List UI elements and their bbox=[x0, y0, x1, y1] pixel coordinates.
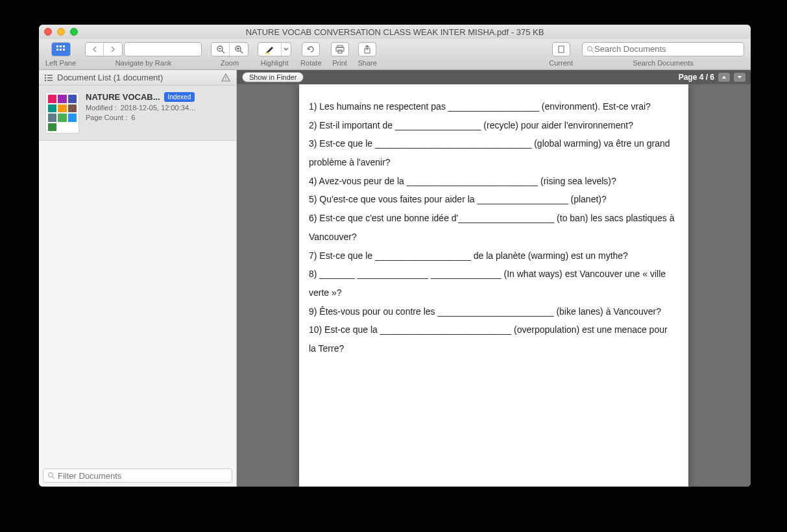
rank-field[interactable] bbox=[124, 42, 202, 56]
print-button[interactable] bbox=[331, 42, 349, 56]
window-title: NATURE VOCAB CONVERSATION CLASS WEAK INT… bbox=[39, 27, 751, 37]
current-label: Current bbox=[549, 59, 573, 67]
search-label: Search Documents bbox=[633, 59, 694, 67]
doc-line: 5) Qu'est-ce que vous faites pour aider … bbox=[309, 190, 675, 209]
document-title: NATURE VOCAB... bbox=[86, 92, 160, 102]
rotate-section: Rotate bbox=[300, 42, 321, 67]
page-icon bbox=[557, 45, 565, 53]
grid-icon[interactable] bbox=[52, 43, 70, 56]
svg-rect-0 bbox=[56, 45, 58, 47]
print-section: Print bbox=[331, 42, 349, 67]
svg-rect-15 bbox=[336, 47, 344, 51]
close-button[interactable] bbox=[44, 28, 52, 36]
current-button[interactable] bbox=[552, 42, 570, 56]
list-icon bbox=[44, 74, 53, 82]
navigate-section: Navigate by Rank bbox=[85, 42, 202, 67]
svg-rect-18 bbox=[559, 46, 564, 53]
titlebar: NATURE VOCAB CONVERSATION CLASS WEAK INT… bbox=[39, 25, 751, 39]
search-icon bbox=[47, 472, 55, 479]
zoom-in-button[interactable] bbox=[230, 43, 248, 56]
document-pagecount: Page Count : 6 bbox=[86, 114, 230, 121]
svg-rect-4 bbox=[60, 49, 62, 51]
sidebar-header-text: Document List (1 document) bbox=[57, 73, 163, 82]
svg-rect-5 bbox=[63, 49, 65, 51]
zoom-label: Zoom bbox=[221, 59, 239, 67]
chevron-down-icon[interactable] bbox=[282, 43, 291, 56]
rotate-label: Rotate bbox=[300, 59, 321, 67]
svg-rect-3 bbox=[56, 49, 58, 51]
share-section: Share bbox=[358, 42, 377, 67]
sidebar: Document List (1 document) NATURE VOCAB.… bbox=[39, 70, 237, 487]
window-controls bbox=[44, 28, 78, 36]
svg-line-20 bbox=[592, 51, 594, 53]
nav-back-button[interactable] bbox=[86, 43, 104, 56]
zoom-out-button[interactable] bbox=[212, 43, 230, 56]
doc-line: 9) Êtes-vous pour ou contre les ________… bbox=[309, 302, 675, 321]
indexed-badge: Indexed bbox=[164, 92, 195, 102]
svg-rect-1 bbox=[60, 45, 62, 47]
doc-line: 1) Les humains ne respectent pas _______… bbox=[309, 97, 675, 116]
document-thumbnail bbox=[45, 92, 79, 134]
doc-line: 8) _______ ______________ ______________… bbox=[309, 265, 675, 302]
zoom-section: Zoom bbox=[211, 42, 248, 67]
svg-point-29 bbox=[49, 473, 53, 478]
highlight-button[interactable] bbox=[258, 42, 291, 56]
rotate-icon bbox=[306, 45, 315, 54]
svg-point-23 bbox=[45, 77, 46, 78]
search-section: Search Documents bbox=[582, 42, 744, 67]
content-area: Show in Finder Page 4 / 6 1) Les humains… bbox=[237, 70, 751, 487]
svg-rect-2 bbox=[63, 45, 65, 47]
doc-line: 4) Avez-vous peur de la ________________… bbox=[309, 172, 675, 191]
leftpane-section: Left Pane bbox=[45, 42, 76, 67]
share-icon bbox=[363, 45, 372, 54]
navigate-label: Navigate by Rank bbox=[115, 59, 172, 67]
warning-icon[interactable] bbox=[221, 73, 231, 83]
print-label: Print bbox=[332, 59, 347, 67]
nav-forward-button[interactable] bbox=[104, 43, 122, 56]
svg-rect-13 bbox=[265, 53, 269, 54]
filter-input-wrap[interactable] bbox=[43, 468, 232, 483]
minimize-button[interactable] bbox=[57, 28, 65, 36]
svg-point-21 bbox=[45, 74, 46, 75]
doc-line: 6) Est-ce que c'est une bonne idée d'___… bbox=[309, 209, 675, 246]
svg-line-7 bbox=[222, 51, 224, 53]
search-input[interactable] bbox=[594, 44, 740, 54]
document-list-item[interactable]: NATURE VOCAB... Indexed Modified : 2018-… bbox=[39, 86, 236, 141]
toolbar: Left Pane Navigate by Rank bbox=[39, 39, 751, 70]
leftpane-label: Left Pane bbox=[45, 59, 76, 67]
current-section: Current bbox=[549, 42, 573, 67]
page-down-button[interactable] bbox=[734, 73, 745, 82]
content-header: Show in Finder Page 4 / 6 bbox=[237, 70, 751, 84]
share-button[interactable] bbox=[358, 42, 376, 56]
highlight-label: Highlight bbox=[261, 59, 289, 67]
svg-point-28 bbox=[225, 79, 226, 80]
app-window: NATURE VOCAB CONVERSATION CLASS WEAK INT… bbox=[39, 25, 751, 487]
navigate-prev-next bbox=[85, 42, 123, 56]
page-up-button[interactable] bbox=[718, 73, 730, 82]
pdf-page: 1) Les humains ne respectent pas _______… bbox=[299, 84, 688, 487]
doc-line: 10) Est-ce que la ______________________… bbox=[309, 320, 675, 357]
svg-line-30 bbox=[53, 477, 54, 479]
svg-line-10 bbox=[240, 51, 243, 53]
doc-line: 7) Est-ce que le ___________________ de … bbox=[309, 247, 675, 265]
leftpane-toggle[interactable] bbox=[51, 42, 71, 56]
rotate-button[interactable] bbox=[302, 42, 320, 56]
document-modified: Modified : 2018-12-05, 12:00:34… bbox=[86, 104, 230, 112]
search-input-wrap[interactable] bbox=[582, 42, 744, 56]
page-indicator: Page 4 / 6 bbox=[679, 73, 714, 82]
highlight-section: Highlight bbox=[258, 42, 291, 67]
printer-icon bbox=[335, 45, 345, 54]
doc-line: 3) Est-ce que le _______________________… bbox=[309, 134, 675, 171]
filter-input[interactable] bbox=[58, 471, 228, 481]
maximize-button[interactable] bbox=[70, 28, 78, 36]
sidebar-header: Document List (1 document) bbox=[39, 70, 236, 86]
search-icon bbox=[587, 45, 594, 53]
doc-line: 2) Est-il important de _________________… bbox=[309, 116, 675, 135]
svg-point-19 bbox=[588, 46, 592, 51]
page-viewport[interactable]: 1) Les humains ne respectent pas _______… bbox=[237, 84, 751, 487]
highlighter-icon bbox=[258, 43, 282, 56]
svg-point-25 bbox=[45, 79, 46, 80]
document-meta: NATURE VOCAB... Indexed Modified : 2018-… bbox=[86, 92, 230, 134]
zoom-controls bbox=[211, 42, 248, 56]
show-in-finder-button[interactable]: Show in Finder bbox=[242, 72, 304, 82]
